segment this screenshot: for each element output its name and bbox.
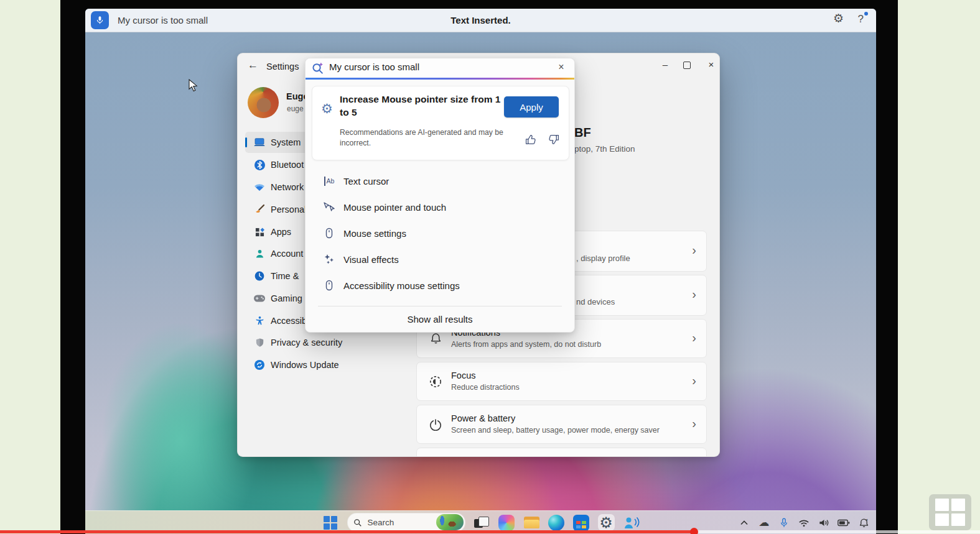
taskbar-search-box[interactable]: Search <box>347 513 465 532</box>
battery-icon[interactable] <box>838 517 850 529</box>
settings-card-partial[interactable] <box>416 448 707 457</box>
focus-icon <box>428 375 443 388</box>
sidebar-item-windows-update[interactable]: Windows Update <box>245 354 407 375</box>
search-result-text-cursor[interactable]: Ab Text cursor <box>306 168 574 194</box>
folder-icon <box>524 517 539 528</box>
voice-transcript: My cursor is too small <box>118 15 208 25</box>
microphone-button[interactable] <box>91 11 109 29</box>
brush-icon <box>254 205 265 214</box>
windows-grid-watermark <box>929 494 971 530</box>
search-result-visual-effects[interactable]: Visual effects <box>306 246 574 272</box>
onedrive-cloud-icon[interactable]: ☁ <box>758 517 770 529</box>
divider <box>318 306 562 306</box>
selection-indicator <box>245 137 247 147</box>
microphone-icon <box>95 16 105 25</box>
volume-icon[interactable] <box>818 517 830 529</box>
sidebar-item-privacy-security[interactable]: Privacy & security <box>245 332 407 353</box>
mouse-icon <box>323 280 335 291</box>
voice-access-app-button[interactable] <box>623 514 640 531</box>
user-avatar[interactable] <box>248 87 279 118</box>
wifi-icon[interactable] <box>798 517 810 529</box>
system-icon <box>254 138 265 147</box>
window-title: Settings <box>266 62 299 71</box>
shield-icon <box>254 338 265 348</box>
search-box[interactable]: × <box>306 58 574 79</box>
card-title: Power & battery <box>451 413 660 425</box>
store-icon <box>573 515 589 531</box>
voice-access-bar: My cursor is too small Text Inserted. ⚙ … <box>85 9 876 32</box>
back-button[interactable]: ← <box>248 59 258 71</box>
windows-logo-icon <box>324 516 337 530</box>
video-playhead[interactable] <box>690 528 698 534</box>
voice-settings-gear-icon[interactable]: ⚙ <box>833 11 844 25</box>
settings-gear-icon: ⚙ <box>599 515 613 530</box>
search-flyout: × ⚙ Increase Mouse pointer size from 1 t… <box>305 58 575 333</box>
apply-button[interactable]: Apply <box>504 96 559 117</box>
voice-help-icon[interactable]: ? <box>858 13 864 25</box>
tray-microphone-icon[interactable] <box>778 517 790 529</box>
task-view-button[interactable] <box>474 514 490 531</box>
start-button[interactable] <box>322 514 339 531</box>
maximize-button[interactable] <box>683 62 691 69</box>
device-model: ptop, 7th Edition <box>574 144 635 154</box>
person-icon <box>254 249 265 259</box>
thumbs-down-icon[interactable] <box>548 134 560 146</box>
voice-person-icon <box>623 516 640 530</box>
chevron-right-icon: › <box>692 416 696 430</box>
search-input[interactable] <box>328 61 548 73</box>
chevron-right-icon: › <box>692 373 696 387</box>
wifi-icon <box>254 183 265 191</box>
tray-chevron-up-icon[interactable] <box>738 517 750 529</box>
svg-text:z: z <box>866 518 867 522</box>
thumbs-up-icon[interactable] <box>525 134 538 146</box>
file-explorer-button[interactable] <box>523 514 540 531</box>
show-all-results-button[interactable]: Show all results <box>306 310 574 328</box>
mouse-icon <box>323 228 335 239</box>
video-frame: My cursor is too small Text Inserted. ⚙ … <box>0 0 980 534</box>
card-title: Focus <box>451 370 520 382</box>
copilot-search-icon <box>311 62 325 75</box>
gamepad-icon <box>254 295 265 302</box>
copilot-button[interactable] <box>498 514 515 531</box>
minimize-button[interactable]: – <box>656 57 674 72</box>
bluetooth-icon <box>254 160 265 170</box>
chevron-right-icon: › <box>692 287 696 302</box>
mouse-pointer-touch-icon <box>323 202 335 212</box>
copilot-icon <box>498 515 515 531</box>
card-subtitle: Screen and sleep, battery usage, power m… <box>451 425 660 436</box>
edge-button[interactable] <box>548 514 565 531</box>
mouse-cursor <box>189 79 198 94</box>
close-button[interactable]: × <box>702 57 720 72</box>
power-icon <box>428 418 443 431</box>
sound-card-subtitle: nd devices <box>576 297 615 306</box>
search-result-accessibility-mouse[interactable]: Accessibility mouse settings <box>306 272 574 298</box>
display-card-subtitle: , display profile <box>576 254 630 263</box>
sparkles-icon <box>323 254 335 265</box>
ai-disclaimer: Recommendations are AI-generated and may… <box>340 127 513 148</box>
voice-status: Text Inserted. <box>450 15 510 25</box>
task-view-icon <box>474 516 489 530</box>
notifications-bell-icon[interactable]: z <box>857 517 870 529</box>
clear-search-icon[interactable]: × <box>554 62 568 73</box>
store-button[interactable] <box>573 514 590 531</box>
search-underline <box>306 78 574 80</box>
apps-icon <box>254 228 265 237</box>
settings-card-power[interactable]: Power & battery Screen and sleep, batter… <box>416 405 707 444</box>
notification-dot <box>864 12 868 16</box>
settings-card-focus[interactable]: Focus Reduce distractions › <box>416 362 707 401</box>
accessibility-person-icon <box>254 316 265 326</box>
search-result-mouse-settings[interactable]: Mouse settings <box>306 220 574 246</box>
card-subtitle: Reduce distractions <box>451 382 520 393</box>
card-subtitle: Alerts from apps and system, do not dist… <box>451 339 601 350</box>
search-result-mouse-pointer-touch[interactable]: Mouse pointer and touch <box>306 194 574 220</box>
taskbar-search-label: Search <box>368 518 394 527</box>
chevron-right-icon: › <box>692 243 696 257</box>
clock-icon <box>254 271 265 281</box>
settings-button[interactable]: ⚙ <box>598 514 615 531</box>
user-email: euge <box>287 104 304 113</box>
text-cursor-icon: Ab <box>323 177 335 186</box>
notifications-bell-icon <box>428 333 443 344</box>
search-icon <box>353 518 362 527</box>
video-progress-track[interactable] <box>0 530 980 533</box>
chevron-right-icon: › <box>692 330 696 344</box>
